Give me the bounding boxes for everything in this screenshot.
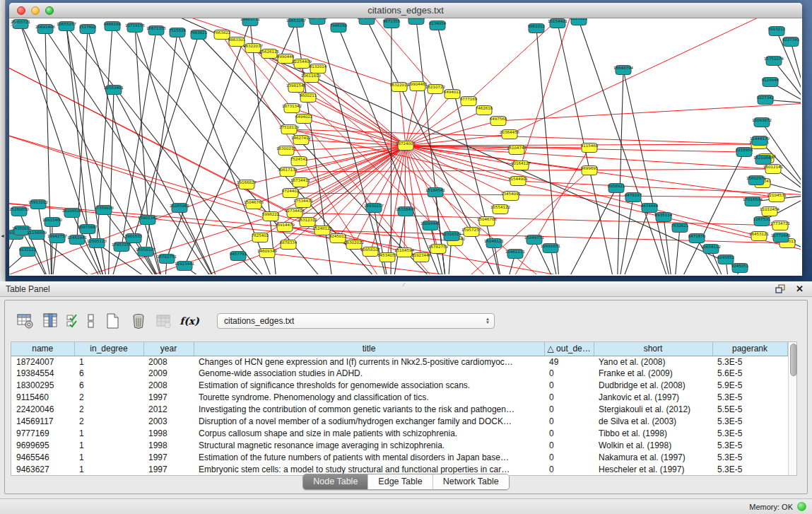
close-panel-icon[interactable]: ✕: [796, 284, 804, 293]
graph-edge[interactable]: [406, 146, 500, 209]
graph-edge[interactable]: [66, 26, 88, 229]
column-header-pagerank[interactable]: pagerank: [712, 342, 787, 356]
table-cell[interactable]: 0: [544, 368, 594, 380]
table-cell[interactable]: 5.3E-5: [712, 356, 787, 368]
column-header-out_de[interactable]: △ out_de…: [544, 342, 594, 356]
table-cell[interactable]: 5.6E-5: [712, 368, 787, 380]
table-cell[interactable]: de Silva et al. (2003): [594, 415, 712, 427]
graph-edge[interactable]: [617, 70, 623, 274]
tab-node-table[interactable]: Node Table: [303, 474, 367, 489]
table-cell[interactable]: Estimation of significance thresholds fo…: [194, 380, 544, 392]
graph-edge[interactable]: [267, 253, 617, 274]
graph-edge[interactable]: [9, 235, 16, 274]
table-cell[interactable]: 9777169: [11, 427, 74, 439]
table-cell[interactable]: Investigating the contribution of common…: [194, 404, 544, 416]
table-cell[interactable]: 1998: [143, 439, 194, 451]
table-row[interactable]: 946554611997Estimation of the future num…: [11, 451, 787, 463]
table-cell[interactable]: 0: [544, 392, 594, 404]
table-cell[interactable]: 1998: [143, 427, 194, 439]
graph-edge[interactable]: [521, 18, 575, 165]
canvas-resize-grip[interactable]: [9, 18, 18, 27]
table-cell[interactable]: 2012: [143, 404, 194, 416]
table-scrollbar-thumb[interactable]: [790, 344, 797, 376]
table-row[interactable]: 1830029562008Estimation of significance …: [11, 380, 787, 392]
graph-edge[interactable]: [301, 140, 406, 146]
graph-edge[interactable]: [510, 18, 787, 134]
import-table-icon[interactable]: [153, 310, 175, 332]
table-cell[interactable]: Stergiakouli et al. (2012): [594, 404, 712, 416]
graph-edge[interactable]: [108, 90, 114, 274]
table-cell[interactable]: 1: [74, 427, 143, 439]
table-selector[interactable]: citations_edges.txt ▲▼: [217, 313, 495, 329]
table-row[interactable]: 1872400712008Changes of HCN gene express…: [11, 356, 787, 368]
collapsed-panel-strip[interactable]: ◄: [0, 0, 6, 281]
graph-edge[interactable]: [114, 90, 221, 274]
table-cell[interactable]: Jankovic et al. (1997): [594, 392, 712, 404]
graph-edge[interactable]: [289, 129, 759, 144]
table-cell[interactable]: 6: [74, 380, 143, 392]
tab-edge-table[interactable]: Edge Table: [367, 474, 432, 489]
table-row[interactable]: 1456911722003Disruption of a novel membe…: [11, 415, 787, 427]
table-row[interactable]: 911546021997Tourette syndrome. Phenomeno…: [11, 392, 787, 404]
graph-edge[interactable]: [406, 101, 469, 146]
table-cell[interactable]: 0: [544, 415, 594, 427]
table-cell[interactable]: 0: [544, 439, 594, 451]
graph-edge[interactable]: [253, 48, 406, 146]
graph-edge[interactable]: [406, 146, 518, 181]
graph-edge[interactable]: [387, 146, 406, 257]
table-cell[interactable]: 6: [74, 368, 143, 380]
table-cell[interactable]: 14569117: [11, 415, 74, 427]
table-cell[interactable]: 1: [74, 451, 143, 463]
table-cell[interactable]: 1: [74, 439, 143, 451]
panel-collapse-arrow-icon[interactable]: ◄: [0, 233, 5, 238]
table-cell[interactable]: 2009: [143, 368, 194, 380]
table-cell[interactable]: 0: [544, 404, 594, 416]
graph-edge[interactable]: [295, 146, 406, 213]
table-row[interactable]: 969969511998Structural magnetic resonanc…: [11, 439, 787, 451]
table-cell[interactable]: 0: [544, 451, 594, 463]
table-cell[interactable]: 1997: [143, 392, 194, 404]
table-cell[interactable]: Structural magnetic resonance image aver…: [194, 439, 544, 451]
table-cell[interactable]: 49: [544, 356, 594, 368]
table-cell[interactable]: Corpus callosum shape and size in male p…: [194, 427, 544, 439]
table-cell[interactable]: 19384554: [11, 368, 74, 380]
column-header-title[interactable]: title: [194, 342, 544, 356]
window-titlebar[interactable]: citations_edges.txt: [9, 3, 802, 18]
table-cell[interactable]: 1997: [143, 451, 194, 463]
table-cell[interactable]: 5.3E-5: [712, 415, 787, 427]
table-cell[interactable]: 5.9E-5: [712, 380, 787, 392]
table-cell[interactable]: Estimation of the future numbers of pati…: [194, 451, 544, 463]
graph-edge[interactable]: [322, 146, 406, 230]
table-cell[interactable]: Genome-wide association studies in ADHD.: [194, 368, 544, 380]
graph-edge[interactable]: [88, 229, 108, 274]
table-row[interactable]: 977716911998Corpus callosum shape and si…: [11, 427, 787, 439]
table-cell[interactable]: 22420046: [11, 404, 74, 416]
table-cell[interactable]: 9465546: [11, 451, 74, 463]
select-columns-icon[interactable]: [40, 310, 61, 332]
table-cell[interactable]: 9699695: [11, 439, 74, 451]
panel-resize-grip[interactable]: ⁄: [404, 281, 404, 288]
tab-network-table[interactable]: Network Table: [433, 474, 509, 489]
table-row[interactable]: 2242004622012Investigating the contribut…: [11, 404, 787, 416]
table-panel-header[interactable]: ⁄ Table Panel ✕: [0, 281, 812, 297]
column-header-short[interactable]: short: [594, 342, 712, 356]
table-cell[interactable]: 2008: [143, 356, 194, 368]
table-cell[interactable]: 5.3E-5: [712, 392, 787, 404]
graph-edge[interactable]: [791, 42, 801, 103]
table-cell[interactable]: Changes of HCN gene expression and I(f) …: [194, 356, 544, 368]
table-cell[interactable]: 18724007: [11, 356, 74, 368]
delete-column-icon[interactable]: [128, 310, 149, 332]
select-rows-icon[interactable]: [66, 310, 80, 332]
table-cell[interactable]: 2: [74, 392, 143, 404]
table-cell[interactable]: Tourette syndrome. Phenomenology and cla…: [194, 392, 544, 404]
network-canvas-svg[interactable]: 1872400776638229863301163220371562611599…: [9, 18, 801, 274]
graph-edge[interactable]: [560, 188, 616, 274]
table-cell[interactable]: Dudbridge et al. (2008): [594, 380, 712, 392]
graph-edge[interactable]: [406, 146, 421, 257]
table-cell[interactable]: 5.5E-5: [712, 404, 787, 416]
column-header-year[interactable]: year: [143, 342, 194, 356]
graph-edge[interactable]: [354, 146, 406, 245]
table-row[interactable]: 1938455462009Genome-wide association stu…: [11, 368, 787, 380]
table-settings-icon[interactable]: [15, 310, 36, 332]
table-cell[interactable]: 5.3E-5: [712, 439, 787, 451]
